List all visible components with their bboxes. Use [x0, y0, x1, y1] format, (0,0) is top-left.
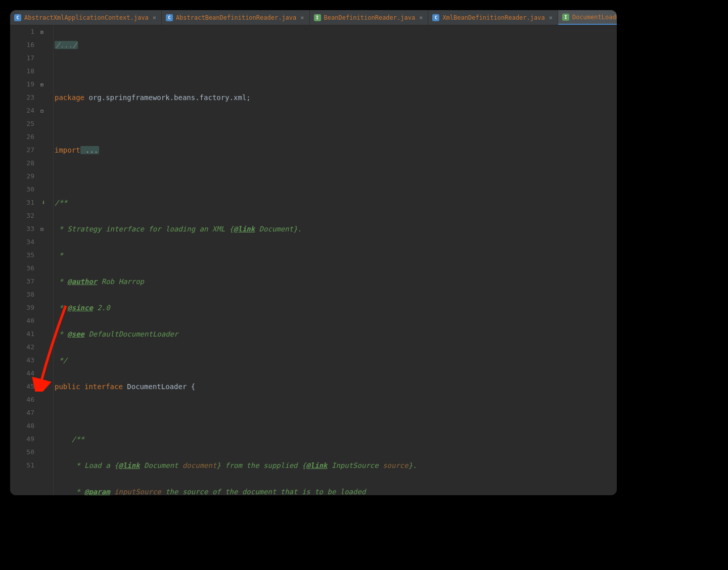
- code-line: * @since 2.0: [55, 301, 617, 314]
- class-file-icon: C: [432, 14, 439, 21]
- line-number: 32: [10, 209, 34, 222]
- line-number: 43: [10, 354, 34, 367]
- fold-toggle-icon[interactable]: ⊞: [40, 29, 46, 34]
- code-line: package org.springframework.beans.factor…: [55, 91, 617, 104]
- line-number: 36: [10, 262, 34, 275]
- line-number: 35: [10, 249, 34, 262]
- tab-xml-bean-def-reader[interactable]: C XmlBeanDefinitionReader.java ×: [428, 10, 558, 25]
- code-line: [55, 170, 617, 183]
- line-number: 26: [10, 130, 34, 144]
- tab-label: XmlBeanDefinitionReader.java: [442, 14, 544, 21]
- line-number: 19: [10, 78, 34, 91]
- tab-bean-def-reader[interactable]: I BeanDefinitionReader.java ×: [310, 10, 429, 25]
- code-line: /.../: [55, 38, 617, 52]
- tab-document-loader[interactable]: I DocumentLoader.java ×: [558, 10, 617, 25]
- tab-abstract-bean-def-reader[interactable]: C AbstractBeanDefinitionReader.java ×: [162, 10, 310, 25]
- class-file-icon: C: [14, 14, 21, 21]
- fold-toggle-icon[interactable]: ⊟: [40, 226, 46, 231]
- line-number: 40: [10, 314, 34, 327]
- code-line: * Load a {@link Document document} from …: [55, 459, 617, 472]
- line-number: 33: [10, 222, 34, 235]
- line-number: 49: [10, 433, 34, 446]
- fold-toggle-icon[interactable]: ⊟: [40, 108, 46, 113]
- tab-label: BeanDefinitionReader.java: [324, 14, 416, 21]
- line-number: 18: [10, 65, 34, 78]
- code-line: * @author Rob Harrop: [55, 275, 617, 288]
- close-icon[interactable]: ×: [548, 14, 554, 21]
- line-number: 48: [10, 419, 34, 433]
- tab-label: AbstractXmlApplicationContext.java: [24, 14, 149, 21]
- interface-file-icon: I: [314, 14, 321, 21]
- line-number: 27: [10, 144, 34, 157]
- code-line: * Strategy interface for loading an XML …: [55, 222, 617, 235]
- line-number: 41: [10, 327, 34, 341]
- line-number: 44: [10, 367, 34, 380]
- code-line: import ...: [55, 144, 617, 157]
- line-number: 16: [10, 38, 34, 52]
- line-number: 47: [10, 406, 34, 419]
- close-icon[interactable]: ×: [299, 14, 305, 21]
- line-number: 29: [10, 170, 34, 183]
- line-number: 39: [10, 301, 34, 314]
- line-number: 38: [10, 288, 34, 301]
- code-line: [55, 406, 617, 419]
- line-number: 42: [10, 341, 34, 354]
- code-line: * @param inputSource the source of the d…: [55, 485, 617, 495]
- code-line: public interface DocumentLoader {: [55, 380, 617, 393]
- has-implementations-icon[interactable]: ⬇: [41, 199, 51, 208]
- line-number: 23: [10, 91, 34, 104]
- code-area[interactable]: /.../ package org.springframework.beans.…: [54, 25, 617, 495]
- close-icon[interactable]: ×: [418, 14, 424, 21]
- code-line: * @see DefaultDocumentLoader: [55, 327, 617, 341]
- code-line: [55, 65, 617, 78]
- code-line: /**: [55, 433, 617, 446]
- ide-window: C AbstractXmlApplicationContext.java × C…: [10, 10, 617, 495]
- interface-file-icon: I: [562, 14, 569, 21]
- line-number: 31: [10, 196, 34, 209]
- line-number-gutter: 1 16 17 18 19 23 24 25 26 27 28 29 30 31…: [10, 25, 39, 495]
- tab-label: AbstractBeanDefinitionReader.java: [176, 14, 296, 21]
- icon-gutter: ⬇ ⬇ ⊞ ⊞ ⊟ ⊟: [39, 25, 54, 495]
- line-number: 50: [10, 446, 34, 459]
- fold-toggle-icon[interactable]: ⊞: [40, 82, 46, 87]
- line-number: 30: [10, 183, 34, 196]
- class-file-icon: C: [166, 14, 173, 21]
- close-icon[interactable]: ×: [152, 14, 157, 21]
- editor-tab-bar: C AbstractXmlApplicationContext.java × C…: [10, 10, 617, 25]
- line-number: 46: [10, 393, 34, 406]
- code-line: [55, 117, 617, 130]
- tab-label: DocumentLoader.java: [572, 14, 617, 21]
- line-number: 25: [10, 117, 34, 130]
- code-line: */: [55, 354, 617, 367]
- line-number: 34: [10, 235, 34, 249]
- line-number: 37: [10, 275, 34, 288]
- line-number: 45: [10, 380, 34, 393]
- line-number: 17: [10, 52, 34, 65]
- line-number: 24: [10, 104, 34, 117]
- has-implementations-icon[interactable]: ⬇: [41, 383, 51, 392]
- line-number: 1: [10, 25, 34, 38]
- code-editor[interactable]: 1 16 17 18 19 23 24 25 26 27 28 29 30 31…: [10, 25, 617, 495]
- code-line: /**: [55, 196, 617, 209]
- tab-abstract-xml-app-context[interactable]: C AbstractXmlApplicationContext.java ×: [10, 10, 162, 25]
- code-line: *: [55, 249, 617, 262]
- line-number: 28: [10, 157, 34, 170]
- line-number: 51: [10, 459, 34, 472]
